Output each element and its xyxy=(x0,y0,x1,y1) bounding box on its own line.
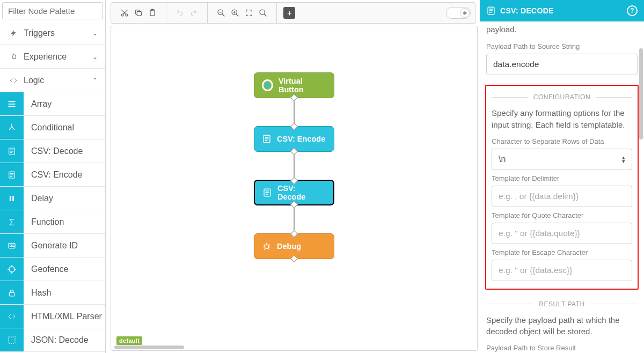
palette-node-csv-decode[interactable]: CSV: Decode xyxy=(0,139,105,163)
sheet-icon xyxy=(0,163,24,186)
debug-toggle[interactable]: ✱ xyxy=(446,7,471,19)
input-port[interactable] xyxy=(290,230,298,238)
bolt-icon xyxy=(8,29,19,38)
field-label: Template for Quote Character xyxy=(492,211,632,219)
configuration-highlight: CONFIGURATION Specify any formatting opt… xyxy=(485,85,639,290)
svg-rect-11 xyxy=(137,11,141,16)
edge xyxy=(294,152,295,180)
input-port[interactable] xyxy=(290,123,298,130)
input-port[interactable] xyxy=(290,177,298,185)
node-label: CSV: Decode xyxy=(24,139,83,163)
node-label: Hash xyxy=(24,281,51,304)
category-label: Logic xyxy=(24,76,44,85)
sheet-icon xyxy=(262,188,272,197)
pause-icon xyxy=(0,187,24,210)
bug-icon xyxy=(262,241,272,251)
palette-node-conditional[interactable]: Conditional xyxy=(0,116,105,139)
workflow-canvas[interactable]: Virtual Button CSV: Encode CSV: Decode D… xyxy=(111,26,478,351)
node-debug[interactable]: Debug xyxy=(254,233,334,259)
canvas-toolbar: ＋ ✱ xyxy=(111,2,475,24)
panel-header: CSV: DECODE ? xyxy=(480,0,644,21)
helper-text-fragment: payload. xyxy=(486,25,638,34)
edge xyxy=(294,205,295,233)
panel-body[interactable]: payload. Payload Path to Source String C… xyxy=(480,21,644,353)
palette-node-generate-id[interactable]: Generate ID xyxy=(0,234,105,258)
redo-button[interactable] xyxy=(187,6,201,20)
version-tag[interactable]: default xyxy=(116,336,142,345)
select-caret-icon: ▴▾ xyxy=(622,156,625,163)
palette-node-json-decode[interactable]: JSON: Decode xyxy=(0,328,105,352)
row-separator-select[interactable]: \n ▴▾ xyxy=(492,149,632,170)
copy-button[interactable] xyxy=(131,6,145,20)
node-palette: Triggers ⌄ Experience ⌄ Logic ⌃ Array Co… xyxy=(0,0,106,353)
svg-point-19 xyxy=(265,245,269,249)
palette-filter[interactable] xyxy=(2,2,103,19)
escape-char-input[interactable] xyxy=(492,260,632,281)
node-virtual-button[interactable]: Virtual Button xyxy=(254,72,334,98)
output-port[interactable] xyxy=(290,148,298,155)
section-heading-result: RESULT PATH xyxy=(486,300,638,308)
palette-node-hash[interactable]: Hash xyxy=(0,281,105,305)
palette-node-function[interactable]: Function xyxy=(0,210,105,234)
workflow-flow: Virtual Button CSV: Encode CSV: Decode D… xyxy=(254,72,334,259)
dots-icon xyxy=(0,328,24,351)
node-label: Generate ID xyxy=(24,234,78,257)
palette-node-delay[interactable]: Delay xyxy=(0,187,105,210)
lock-icon xyxy=(0,281,24,304)
palette-node-csv-encode[interactable]: CSV: Encode xyxy=(0,163,105,187)
output-port[interactable] xyxy=(290,94,298,101)
node-label: JSON: Decode xyxy=(24,328,89,351)
help-icon[interactable]: ? xyxy=(627,5,638,16)
svg-rect-3 xyxy=(12,196,14,201)
quote-char-input[interactable] xyxy=(492,223,632,244)
paste-button[interactable] xyxy=(145,6,159,20)
sigma-icon xyxy=(0,210,24,233)
palette-filter-input[interactable] xyxy=(8,6,97,16)
zoom-fit-button[interactable] xyxy=(242,6,256,20)
palette-node-array[interactable]: Array xyxy=(0,92,105,116)
delimiter-input[interactable] xyxy=(492,186,632,207)
category-logic[interactable]: Logic ⌃ xyxy=(0,69,105,92)
helper-text: Specify any formatting options for the i… xyxy=(492,107,632,131)
field-label: Template for Delimiter xyxy=(492,174,632,182)
palette-node-html-xml[interactable]: HTML/XML Parser xyxy=(0,305,105,328)
output-port[interactable] xyxy=(290,255,298,262)
field-label: Payload Path to Source String xyxy=(486,42,638,50)
payload-path-source-input[interactable] xyxy=(486,54,638,75)
list-icon xyxy=(0,92,24,115)
section-heading-configuration: CONFIGURATION xyxy=(492,93,632,101)
zoom-reset-button[interactable] xyxy=(256,6,270,20)
chevron-down-icon: ⌄ xyxy=(92,30,98,37)
node-label: Geofence xyxy=(24,258,68,281)
category-experience[interactable]: Experience ⌄ xyxy=(0,45,105,69)
svg-rect-2 xyxy=(10,196,11,201)
scrollbar-vertical[interactable] xyxy=(639,48,643,139)
node-label: HTML/XML Parser xyxy=(24,305,102,328)
svg-rect-8 xyxy=(9,337,15,343)
category-triggers[interactable]: Triggers ⌄ xyxy=(0,21,105,45)
flame-icon xyxy=(8,53,19,61)
sheet-icon xyxy=(0,139,24,163)
chevron-down-icon: ⌄ xyxy=(92,53,98,61)
field-label: Payload Path to Store Result xyxy=(486,344,638,352)
output-port[interactable] xyxy=(290,201,298,208)
node-label: Array xyxy=(24,92,52,115)
virtual-button-icon xyxy=(262,79,273,91)
node-csv-decode[interactable]: CSV: Decode xyxy=(254,180,334,205)
node-label: CSV: Encode xyxy=(24,163,82,186)
node-label: Function xyxy=(24,210,64,233)
logic-node-list: Array Conditional CSV: Decode CSV: Encod… xyxy=(0,92,105,353)
target-icon xyxy=(0,258,24,281)
undo-button[interactable] xyxy=(173,6,187,20)
select-value: \n xyxy=(499,155,506,164)
node-csv-encode[interactable]: CSV: Encode xyxy=(254,126,334,152)
zoom-in-button[interactable] xyxy=(228,6,242,20)
add-button[interactable]: ＋ xyxy=(283,7,295,19)
svg-rect-7 xyxy=(9,292,14,296)
node-label: Delay xyxy=(24,187,53,210)
zoom-out-button[interactable] xyxy=(214,6,228,20)
palette-node-geofence[interactable]: Geofence xyxy=(0,258,105,281)
cut-button[interactable] xyxy=(118,6,131,20)
sheet-icon xyxy=(486,6,496,16)
scrollbar-horizontal[interactable] xyxy=(114,345,184,349)
